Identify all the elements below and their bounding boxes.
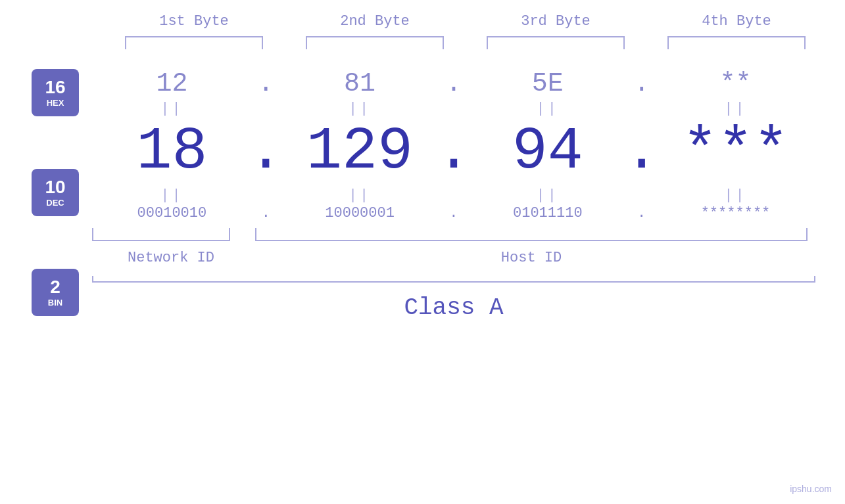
bin-dot1: . bbox=[256, 205, 276, 221]
byte3-header: 3rd Byte bbox=[480, 13, 631, 30]
content-area: 16 HEX 10 DEC 2 BIN 12 . bbox=[0, 62, 845, 321]
hex-badge-number: 16 bbox=[45, 78, 65, 98]
hex-b3: 5E bbox=[472, 69, 623, 99]
hex-dot3: . bbox=[632, 69, 652, 99]
eq1-b3: || bbox=[472, 101, 623, 117]
hex-badge: 16 HEX bbox=[32, 69, 79, 116]
class-label: Class A bbox=[404, 294, 503, 321]
eq1-b1: || bbox=[96, 101, 247, 117]
main-container: 1st Byte 2nd Byte 3rd Byte 4th Byte 16 H… bbox=[0, 0, 845, 504]
dec-dot2: . bbox=[444, 118, 464, 185]
class-row: Class A bbox=[92, 294, 815, 321]
hex-b2: 81 bbox=[284, 69, 435, 99]
hex-dot2: . bbox=[444, 69, 464, 99]
byte4-header: 4th Byte bbox=[661, 13, 812, 30]
hex-b4: ** bbox=[660, 69, 811, 99]
bin-row: 00010010 . 10000001 . 01011110 . bbox=[92, 205, 815, 221]
dec-badge-number: 10 bbox=[45, 177, 65, 198]
dec-dot3: . bbox=[632, 118, 652, 185]
bracket-b1 bbox=[125, 36, 263, 49]
eq2-b1: || bbox=[96, 187, 247, 204]
bin-b1: 00010010 bbox=[96, 205, 247, 221]
equals-row-1: || || || || bbox=[92, 99, 815, 118]
eq1-b2: || bbox=[284, 101, 435, 117]
dec-badge-label: DEC bbox=[46, 198, 64, 208]
dec-badge: 10 DEC bbox=[32, 169, 79, 216]
host-id-label: Host ID bbox=[255, 250, 808, 266]
labels-row: Network ID Host ID bbox=[92, 250, 815, 273]
dec-row: 18 . 129 . 94 . *** bbox=[92, 118, 815, 185]
byte-headers: 1st Byte 2nd Byte 3rd Byte 4th Byte bbox=[104, 13, 827, 30]
dec-b2: 129 bbox=[284, 118, 435, 185]
class-full-bracket bbox=[92, 276, 815, 283]
bracket-b4 bbox=[667, 36, 806, 49]
bin-b3: 01011110 bbox=[472, 205, 623, 221]
bin-badge-label: BIN bbox=[48, 298, 62, 308]
top-brackets bbox=[104, 36, 827, 49]
byte2-header: 2nd Byte bbox=[299, 13, 450, 30]
network-bracket bbox=[92, 228, 230, 241]
badge-column: 16 HEX 10 DEC 2 BIN bbox=[0, 62, 92, 316]
dec-b4: *** bbox=[660, 118, 811, 185]
eq2-b4: || bbox=[660, 187, 811, 204]
network-id-label: Network ID bbox=[92, 250, 250, 266]
bin-b4: ******** bbox=[660, 205, 811, 221]
hex-b1: 12 bbox=[96, 69, 247, 99]
hex-dot1: . bbox=[256, 69, 276, 99]
class-bracket-container bbox=[92, 276, 815, 283]
watermark: ipshu.com bbox=[790, 484, 832, 494]
eq1-b4: || bbox=[660, 101, 811, 117]
dec-b1: 18 bbox=[96, 118, 247, 185]
bracket-b3 bbox=[487, 36, 625, 49]
bin-b2: 10000001 bbox=[284, 205, 435, 221]
bottom-brackets bbox=[92, 228, 815, 244]
bin-dot3: . bbox=[632, 205, 652, 221]
dec-b3: 94 bbox=[472, 118, 623, 185]
bin-badge: 2 BIN bbox=[32, 269, 79, 316]
eq2-b3: || bbox=[472, 187, 623, 204]
eq2-b2: || bbox=[284, 187, 435, 204]
values-grid: 12 . 81 . 5E . ** bbox=[92, 62, 845, 321]
byte1-header: 1st Byte bbox=[118, 13, 270, 30]
bin-dot2: . bbox=[444, 205, 464, 221]
host-bracket bbox=[255, 228, 808, 241]
bracket-b2 bbox=[306, 36, 444, 49]
bin-badge-number: 2 bbox=[50, 277, 60, 298]
hex-row: 12 . 81 . 5E . ** bbox=[92, 69, 815, 99]
hex-badge-label: HEX bbox=[47, 98, 64, 108]
dec-dot1: . bbox=[256, 118, 276, 185]
equals-row-2: || || || || bbox=[92, 185, 815, 205]
